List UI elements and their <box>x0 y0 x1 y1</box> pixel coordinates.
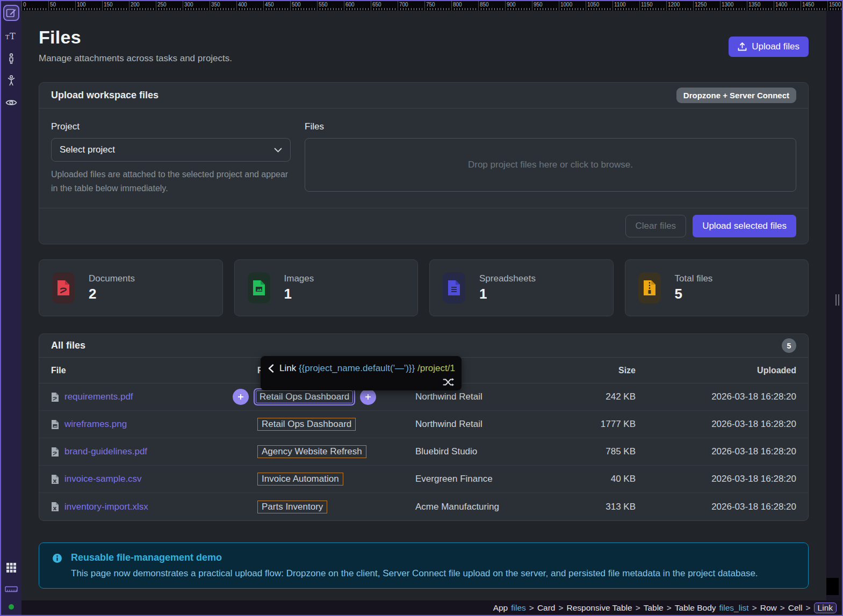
file-dropzone[interactable]: Drop project files here or click to brow… <box>305 138 796 192</box>
app-window: T T <box>0 0 843 616</box>
eye-icon <box>5 98 17 107</box>
tooltip-element-label: Link <box>279 363 296 373</box>
selected-element-outline: Retail Ops Dashboard <box>254 388 355 405</box>
edit-icon <box>6 8 17 18</box>
upload-selected-button[interactable]: Upload selected files <box>693 215 796 237</box>
tooltip-link-path: /project/1 <box>417 363 455 373</box>
breadcrumb-table-body[interactable]: Table Body <box>675 603 716 613</box>
spreadsheet-file-row-icon <box>51 502 59 512</box>
breadcrumb-table[interactable]: Table <box>644 603 664 613</box>
svg-text:T: T <box>5 34 10 41</box>
ruler-toggle-button[interactable] <box>5 583 18 596</box>
project-link[interactable]: Agency Website Refresh <box>257 445 366 458</box>
page-header: Files Manage attachments across tasks an… <box>39 27 809 64</box>
col-header-size: Size <box>571 366 636 375</box>
main-canvas: Files Manage attachments across tasks an… <box>21 11 826 601</box>
accessibility-button[interactable] <box>5 74 18 87</box>
client-cell: Bluebird Studio <box>415 446 571 457</box>
uploaded-cell: 2026-03-18 16:28:20 <box>636 392 808 402</box>
breadcrumb-cell[interactable]: Cell <box>788 603 803 613</box>
breadcrumb-link-selected[interactable]: Link <box>814 603 837 613</box>
element-breadcrumb-bar: App files > Card > Responsive Table > Ta… <box>21 600 843 615</box>
breadcrumb-card[interactable]: Card <box>537 603 556 613</box>
typography-button[interactable]: T T <box>5 30 18 43</box>
left-toolbar: T T <box>1 1 21 615</box>
col-header-file: File <box>39 366 243 375</box>
chevron-down-icon <box>274 148 282 153</box>
pdf-file-icon <box>52 272 75 303</box>
file-count-badge: 5 <box>782 338 796 353</box>
project-link[interactable]: Retail Ops Dashboard <box>256 390 353 403</box>
file-link[interactable]: brand-guidelines.pdf <box>64 446 147 457</box>
page-subtitle: Manage attachments across tasks and proj… <box>39 53 232 64</box>
stat-card-images: Images 1 <box>234 259 419 316</box>
zip-file-icon <box>638 272 661 303</box>
stats-row: Documents 2 Images 1 <box>39 259 809 316</box>
insert-before-button[interactable] <box>233 389 249 405</box>
alert-text: This page now demonstrates a practical u… <box>71 568 758 579</box>
project-link[interactable]: Parts Inventory <box>257 501 327 513</box>
upload-icon <box>738 42 747 51</box>
info-icon <box>52 553 62 579</box>
stat-label: Spreadsheets <box>479 273 536 284</box>
element-tooltip: Link {{project_name.default('—')}} /proj… <box>261 356 462 390</box>
project-link[interactable]: Retail Ops Dashboard <box>257 418 356 431</box>
file-link[interactable]: requirements.pdf <box>64 392 133 402</box>
chevron-left-icon[interactable] <box>268 364 274 373</box>
clear-files-button[interactable]: Clear files <box>625 215 687 237</box>
resize-handle[interactable] <box>835 294 839 306</box>
table-row: invoice-sample.csv Invoice Automation Ev… <box>39 466 808 493</box>
page-title: Files <box>39 27 232 48</box>
person-info-button[interactable] <box>5 52 18 65</box>
breadcrumb-files[interactable]: files <box>511 603 526 613</box>
project-help-text: Uploaded files are attached to the selec… <box>51 168 291 195</box>
eye-button[interactable] <box>5 96 18 109</box>
alert-title: Reusable file-management demo <box>71 552 758 563</box>
insert-after-button[interactable] <box>360 389 376 405</box>
client-cell: Acme Manufacturing <box>415 502 571 512</box>
stat-label: Documents <box>89 273 135 284</box>
info-alert: Reusable file-management demo This page … <box>39 542 809 589</box>
status-indicator-dot <box>9 604 14 610</box>
upload-card-body: Project Select project Uploaded files ar… <box>39 108 808 208</box>
apps-grid-button[interactable] <box>5 561 18 574</box>
uploaded-cell: 2026-03-18 16:28:20 <box>636 419 808 430</box>
breadcrumb-responsive-table[interactable]: Responsive Table <box>567 603 632 613</box>
uploaded-cell: 2026-03-18 16:28:20 <box>636 446 808 457</box>
pdf-file-row-icon <box>51 392 59 402</box>
spreadsheet-file-icon <box>443 272 465 303</box>
spreadsheet-file-row-icon <box>51 474 59 484</box>
file-link[interactable]: wireframes.png <box>64 419 127 430</box>
client-cell: Northwind Retail <box>415 392 571 402</box>
image-file-row-icon <box>51 419 59 430</box>
accessibility-icon <box>5 75 17 86</box>
file-link[interactable]: inventory-import.xlsx <box>64 502 148 512</box>
tooltip-binding-expression: {{project_name.default('—')}} <box>299 363 415 373</box>
stat-value: 5 <box>675 286 713 302</box>
project-select[interactable]: Select project <box>51 138 291 162</box>
typography-icon: T T <box>5 31 17 42</box>
table-row: inventory-import.xlsx Parts Inventory Ac… <box>39 493 808 520</box>
breadcrumb-app[interactable]: App <box>493 603 508 613</box>
shuffle-icon[interactable] <box>443 378 455 387</box>
image-file-icon <box>248 272 270 303</box>
stat-value: 1 <box>284 286 314 302</box>
size-cell: 1777 KB <box>571 419 636 430</box>
project-link[interactable]: Invoice Automation <box>257 473 343 485</box>
stat-card-total: Total files 5 <box>625 259 809 316</box>
project-label: Project <box>51 121 291 132</box>
breadcrumb-files-list[interactable]: files_list <box>719 603 749 613</box>
upload-files-button[interactable]: Upload files <box>729 37 809 57</box>
size-cell: 242 KB <box>571 392 636 402</box>
ruler-icon <box>5 586 18 592</box>
upload-card-footer: Clear files Upload selected files <box>39 208 808 244</box>
file-link[interactable]: invoice-sample.csv <box>64 474 142 484</box>
upload-workspace-card: Upload workspace files Dropzone + Server… <box>39 82 809 244</box>
files-label: Files <box>305 121 796 132</box>
table-row: brand-guidelines.pdf Agency Website Refr… <box>39 438 808 466</box>
edit-mode-button[interactable] <box>3 5 19 21</box>
breadcrumb-row[interactable]: Row <box>760 603 777 613</box>
table-row: wireframes.png Retail Ops Dashboard Nort… <box>39 411 808 438</box>
size-cell: 40 KB <box>571 474 636 484</box>
toolbar-bottom-group <box>5 561 18 610</box>
